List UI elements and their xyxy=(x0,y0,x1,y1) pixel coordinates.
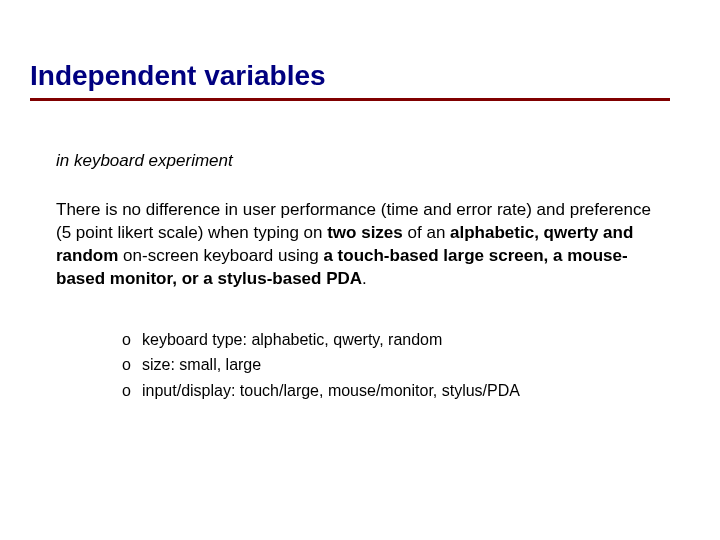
bullet-icon: o xyxy=(122,352,142,378)
bold-two-sizes: two sizes xyxy=(327,223,403,242)
list-item-label: input/display: touch/large, mouse/monito… xyxy=(142,378,520,404)
text-run: of an xyxy=(403,223,450,242)
list-item-label: keyboard type: alphabetic, qwerty, rando… xyxy=(142,327,442,353)
variable-list: o keyboard type: alphabetic, qwerty, ran… xyxy=(122,327,670,404)
slide-title: Independent variables xyxy=(30,60,670,101)
list-item: o input/display: touch/large, mouse/moni… xyxy=(122,378,670,404)
slide-subtitle: in keyboard experiment xyxy=(56,151,670,171)
bullet-icon: o xyxy=(122,378,142,404)
list-item: o keyboard type: alphabetic, qwerty, ran… xyxy=(122,327,670,353)
bullet-icon: o xyxy=(122,327,142,353)
text-run: . xyxy=(362,269,367,288)
list-item-label: size: small, large xyxy=(142,352,261,378)
slide-content: Independent variables in keyboard experi… xyxy=(0,0,720,540)
list-item: o size: small, large xyxy=(122,352,670,378)
text-run: on-screen keyboard using xyxy=(118,246,323,265)
hypothesis-paragraph: There is no difference in user performan… xyxy=(56,199,670,291)
